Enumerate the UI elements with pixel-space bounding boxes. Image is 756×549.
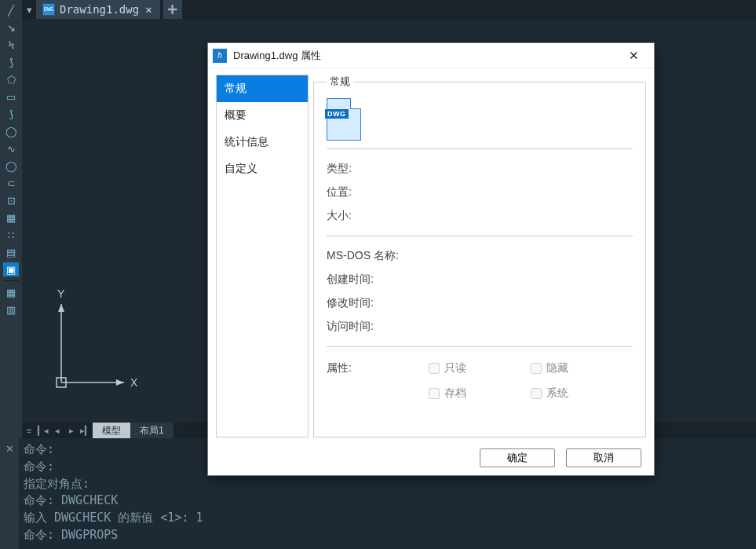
new-tab-button[interactable] [163,0,182,19]
dialog-footer: 确定 取消 [208,441,654,475]
properties-dialog: h Drawing1.dwg 属性 ✕ 常规 概要 统计信息 自定义 常规 DW… [207,42,655,476]
layout-next-icon[interactable]: ▸ [64,423,79,438]
check-readonly[interactable]: 只读 [429,361,531,375]
nav-item-stats[interactable]: 统计信息 [217,129,308,156]
label-accessed: 访问时间: [327,320,429,334]
ucs-icon: X Y [38,288,132,401]
file-tab-label: Drawing1.dwg [60,3,139,16]
tool-circle[interactable]: ◯ [3,124,19,138]
tool-arc[interactable]: ⟆ [3,55,19,69]
tool-hatch[interactable]: ▦ [3,210,19,225]
layout-last-icon[interactable]: ▸▎ [79,423,93,438]
svg-marker-1 [116,379,124,386]
toolbar-separator [3,280,19,281]
label-modified: 修改时间: [327,296,429,310]
divider [327,236,633,236]
dialog-nav: 常规 概要 统计信息 自定义 [216,75,309,437]
tool-insert[interactable]: ⊡ [3,193,19,207]
layout-first-icon[interactable]: ▎◂ [36,423,50,438]
label-location: 位置: [327,185,429,199]
ok-button[interactable]: 确定 [480,448,555,467]
tool-ray[interactable]: ↘ [3,20,19,35]
label-size: 大小: [327,209,429,223]
general-group: 常规 DWG 类型: 位置: 大小: MS-DOS 名称: 创建时间: 修改时间… [313,75,646,437]
nav-item-custom[interactable]: 自定义 [217,156,308,182]
layout-tab-layout1[interactable]: 布局1 [130,423,173,438]
label-created: 创建时间: [327,273,429,287]
dwg-large-icon: DWG [327,98,361,141]
nav-item-summary[interactable]: 概要 [217,102,308,129]
tool-ellipse-arc[interactable]: ⊂ [3,176,19,190]
tool-point[interactable]: ∷ [3,228,19,242]
tool-text[interactable]: ▥ [3,302,19,317]
nav-item-general[interactable]: 常规 [217,75,308,102]
divider [327,148,633,149]
check-hidden[interactable]: 隐藏 [531,361,633,375]
tool-table[interactable]: ▤ [3,245,19,259]
tool-region[interactable]: ▦ [3,285,19,299]
dialog-close-button[interactable]: ✕ [618,45,649,67]
dwg-badge: DWG [325,109,349,119]
layout-menu-icon[interactable]: ≡ [22,423,36,438]
dialog-content: 常规 DWG 类型: 位置: 大小: MS-DOS 名称: 创建时间: 修改时间… [313,75,646,437]
cancel-button[interactable]: 取消 [566,448,641,467]
tool-polygon[interactable]: ⬠ [3,72,19,86]
command-close-icon[interactable]: ✕ [0,438,19,549]
tab-list-dropdown[interactable]: ▾ [22,0,36,19]
command-line: 命令: DWGCHECK [24,492,751,510]
app-icon: h [213,49,227,63]
label-attributes: 属性: [327,361,429,375]
tool-selected[interactable]: ▣ [3,262,19,276]
dwg-file-icon: DWG [42,3,55,16]
label-type: 类型: [327,162,429,176]
tool-arc2[interactable]: ⟆ [3,107,19,121]
ucs-y-label: Y [57,287,65,300]
tool-polyline[interactable]: Ϟ [3,38,19,52]
layout-prev-icon[interactable]: ◂ [50,423,64,438]
tool-spline[interactable]: ∿ [3,141,19,156]
plus-icon [168,5,177,14]
divider [327,346,633,347]
command-line: 指定对角点: [24,476,751,493]
tool-line[interactable]: ╱ [3,3,19,17]
svg-marker-3 [58,304,64,312]
document-tabbar: ▾ DWG Drawing1.dwg ✕ [22,0,756,19]
dialog-titlebar[interactable]: h Drawing1.dwg 属性 ✕ [208,43,654,68]
command-line: 输入 DWGCHECK 的新值 <1>: 1 [24,510,751,527]
tool-ellipse[interactable]: ◯ [3,159,19,173]
layout-tab-model[interactable]: 模型 [93,423,130,438]
group-legend: 常规 [327,75,353,89]
command-line: 命令: DWGPROPS [24,527,751,544]
check-system[interactable]: 系统 [531,386,633,401]
tool-rectangle[interactable]: ▭ [3,90,19,104]
tab-close-icon[interactable]: ✕ [144,3,153,16]
file-tab[interactable]: DWG Drawing1.dwg ✕ [36,0,160,19]
ucs-x-label: X [130,376,138,389]
check-archive[interactable]: 存档 [429,386,531,401]
label-msdos: MS-DOS 名称: [327,249,429,263]
dialog-title: Drawing1.dwg 属性 [233,49,618,63]
